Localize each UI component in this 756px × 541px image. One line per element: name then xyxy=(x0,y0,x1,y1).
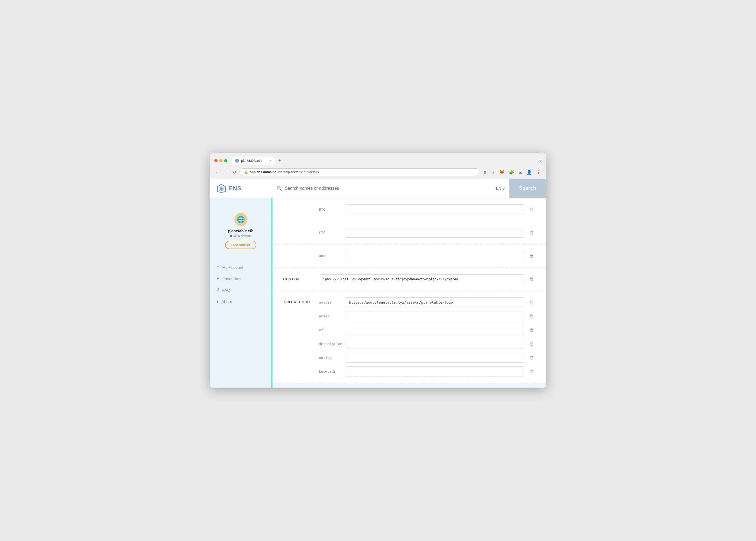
text-record-section: TEXT RECORD avatar 🗑 email 🗑 xyxy=(272,291,546,383)
sidebar-item-favourites[interactable]: ♥ Favourites xyxy=(214,273,267,284)
description-field-row: description 🗑 xyxy=(319,339,535,349)
new-tab-button[interactable]: + xyxy=(276,157,283,165)
btc-label xyxy=(283,204,310,207)
sidebar-item-label: FAQ xyxy=(222,288,230,292)
description-delete-button[interactable]: 🗑 xyxy=(529,340,535,347)
window-button[interactable]: ⊡ xyxy=(518,169,523,176)
ltc-key: LTC xyxy=(319,231,341,235)
header-logo-area: ENS xyxy=(210,184,272,193)
account-name: planetable.eth xyxy=(228,229,253,233)
extensions-button[interactable]: 🧩 xyxy=(508,169,516,176)
title-bar: planetable.eth × + ∨ xyxy=(210,154,546,167)
url-domain: app.ens.domains xyxy=(250,170,276,174)
notice-key: notice xyxy=(319,355,341,360)
browser-window: planetable.eth × + ∨ ← → ↻ 🔒 app.ens.dom… xyxy=(210,154,546,387)
notice-delete-button[interactable]: 🗑 xyxy=(529,354,535,361)
menu-icon: ≡ xyxy=(216,265,219,270)
heart-icon: ♥ xyxy=(216,276,219,281)
url-path: /name/planetable.eth/details xyxy=(278,170,319,174)
avatar-key: avatar xyxy=(319,300,341,304)
url-bar[interactable]: 🔒 app.ens.domains /name/planetable.eth/d… xyxy=(239,168,480,176)
avatar-input[interactable] xyxy=(345,297,524,307)
sidebar: 🌐 planetable.eth Main Network Disconnect… xyxy=(210,198,272,387)
content-section: CONTENT 🗑 xyxy=(272,268,546,291)
btc-input[interactable] xyxy=(345,204,524,215)
email-input[interactable] xyxy=(345,311,524,321)
description-input[interactable] xyxy=(347,339,524,349)
notice-field-row: notice 🗑 xyxy=(319,353,535,363)
keywords-input[interactable] xyxy=(345,366,524,376)
back-button[interactable]: ← xyxy=(214,169,221,176)
sidebar-item-label: My Account xyxy=(222,265,243,270)
text-record-label: TEXT RECORD xyxy=(283,297,310,304)
refresh-button[interactable]: ↻ xyxy=(232,169,237,176)
header-search-area[interactable]: 🔍 xyxy=(272,186,492,191)
app-header: ENS 🔍 EN ∨ Search xyxy=(210,179,546,198)
ltc-fields: LTC 🗑 xyxy=(319,228,535,238)
keywords-field-row: keywords 🗑 xyxy=(319,366,535,376)
address-bar: ← → ↻ 🔒 app.ens.domains /name/planetable… xyxy=(210,167,546,179)
lang-arrow-icon: ∨ xyxy=(502,186,505,191)
notice-input[interactable] xyxy=(345,353,524,363)
keywords-key: keywords xyxy=(319,369,341,373)
disconnect-button[interactable]: Disconnect xyxy=(225,241,256,249)
tab-close-button[interactable]: × xyxy=(269,159,271,163)
url-delete-button[interactable]: 🗑 xyxy=(529,326,535,334)
fox-extension-button[interactable]: 🦊 xyxy=(498,169,506,176)
email-key: email xyxy=(319,314,341,318)
ltc-delete-button[interactable]: 🗑 xyxy=(529,229,535,236)
search-input[interactable] xyxy=(285,186,488,191)
forward-button[interactable]: → xyxy=(223,169,229,176)
browser-actions: ⬆ ☆ 🦊 🧩 ⊡ 👤 ⋮ xyxy=(482,169,542,176)
sidebar-item-label: About xyxy=(221,299,232,304)
question-icon: ? xyxy=(216,287,219,292)
search-button[interactable]: Search xyxy=(510,179,546,198)
window-controls xyxy=(214,159,227,162)
profile-button[interactable]: 👤 xyxy=(526,169,533,176)
language-selector[interactable]: EN ∨ xyxy=(492,186,510,191)
avatar-delete-button[interactable]: 🗑 xyxy=(529,299,535,306)
ens-logo-text: ENS xyxy=(228,185,241,192)
doge-delete-button[interactable]: 🗑 xyxy=(529,253,535,260)
description-key: description xyxy=(319,342,342,346)
minimize-window-button[interactable] xyxy=(219,159,222,162)
sidebar-item-about[interactable]: ℹ About xyxy=(214,296,267,307)
maximize-window-button[interactable] xyxy=(224,159,227,162)
ltc-field-row: LTC 🗑 xyxy=(319,228,535,238)
tab-bar: planetable.eth × + ∨ xyxy=(232,157,542,165)
btc-delete-button[interactable]: 🗑 xyxy=(529,206,535,213)
browser-chrome: planetable.eth × + ∨ ← → ↻ 🔒 app.ens.dom… xyxy=(210,154,546,179)
svg-marker-0 xyxy=(236,160,238,162)
network-label: Main Network xyxy=(233,234,251,238)
email-field-row: email 🗑 xyxy=(319,311,535,321)
sidebar-item-label: Favourites xyxy=(222,276,241,281)
share-button[interactable]: ⬆ xyxy=(482,169,488,176)
sidebar-nav: ≡ My Account ♥ Favourites ? FAQ ℹ About xyxy=(210,262,271,307)
btc-fields: BTC 🗑 xyxy=(319,204,535,215)
btc-field-row: BTC 🗑 xyxy=(319,204,535,215)
url-input[interactable] xyxy=(345,325,524,335)
more-button[interactable]: ⋮ xyxy=(535,169,542,176)
ens-logo[interactable]: ENS xyxy=(216,184,241,193)
sidebar-item-my-account[interactable]: ≡ My Account xyxy=(214,262,267,273)
sidebar-item-faq[interactable]: ? FAQ xyxy=(214,284,267,296)
content-row: CONTENT 🗑 xyxy=(272,268,546,290)
close-window-button[interactable] xyxy=(214,159,217,162)
crypto-section: BTC 🗑 LTC 🗑 xyxy=(272,198,546,268)
avatar: 🌐 xyxy=(234,213,247,226)
lock-icon: 🔒 xyxy=(244,170,248,174)
keywords-delete-button[interactable]: 🗑 xyxy=(529,368,535,375)
content-delete-button[interactable]: 🗑 xyxy=(529,275,535,283)
app-body: 🌐 planetable.eth Main Network Disconnect… xyxy=(210,198,546,387)
tab-favicon xyxy=(235,159,239,163)
ltc-input[interactable] xyxy=(345,228,524,238)
email-delete-button[interactable]: 🗑 xyxy=(529,313,535,320)
avatar-field-row: avatar 🗑 xyxy=(319,297,535,307)
doge-input[interactable] xyxy=(345,251,524,261)
content-input[interactable] xyxy=(319,274,524,284)
header-divider xyxy=(247,184,247,193)
restore-button[interactable]: ∨ xyxy=(539,159,542,163)
content-fields: 🗑 xyxy=(319,274,535,284)
active-tab[interactable]: planetable.eth × xyxy=(232,157,275,165)
bookmark-button[interactable]: ☆ xyxy=(490,169,496,176)
